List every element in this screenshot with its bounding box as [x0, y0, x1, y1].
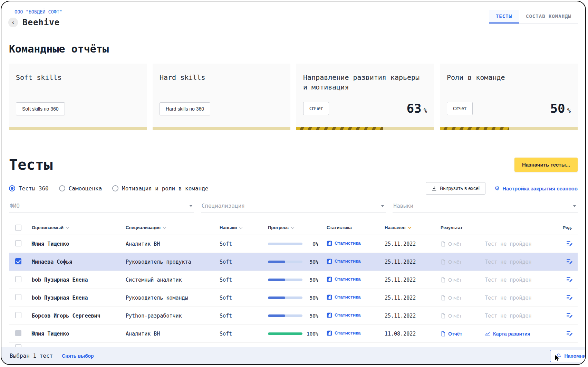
progress-bar	[268, 243, 302, 245]
checkbox-cell	[9, 258, 32, 266]
edit-icon[interactable]	[566, 258, 573, 265]
header-assigned[interactable]: Назначен	[385, 225, 441, 230]
assessee-name: Юлия Тищенко	[32, 241, 126, 247]
edit-icon[interactable]	[566, 294, 573, 301]
assigned-date: 11.08.2022	[385, 331, 441, 337]
statistics-link[interactable]: Статистика	[327, 241, 360, 246]
filter-placeholder: ФИО	[10, 203, 20, 209]
progress-label: 50%	[302, 277, 318, 283]
row-checkbox[interactable]	[15, 294, 21, 300]
row-checkbox[interactable]	[15, 312, 21, 318]
statistics-cell: Статистика	[327, 312, 385, 319]
team-reports-title: Командные отчёты	[9, 43, 578, 55]
sort-icon-active	[408, 225, 411, 229]
edit-icon[interactable]	[566, 312, 573, 319]
sort-icon	[239, 225, 243, 229]
tab-team-members[interactable]: СОСТАВ КОМАНДЫ	[519, 10, 578, 23]
document-icon	[441, 241, 446, 247]
header-label: Статистика	[327, 225, 352, 230]
checkbox-cell	[9, 312, 32, 320]
career-report-button[interactable]: Отчёт	[303, 102, 329, 115]
assigned-date: 25.11.2022	[385, 241, 441, 247]
progress-cell: 0%	[268, 241, 327, 247]
percent-value: 50	[550, 101, 565, 115]
progress-cell: 50%	[268, 259, 327, 265]
chevron-down-icon	[189, 205, 193, 207]
skills-cell: Soft	[220, 241, 268, 247]
chevron-down-icon	[573, 205, 576, 207]
edit-icon[interactable]	[566, 240, 573, 247]
progress-cell: 100%	[268, 331, 327, 337]
statistics-link[interactable]: Статистика	[327, 294, 360, 300]
checkbox-cell	[9, 276, 32, 284]
report-link: Отчёт	[441, 313, 485, 319]
header-label: Оцениваемый	[32, 225, 64, 230]
edit-icon[interactable]	[566, 276, 573, 283]
statistics-cell: Статистика	[327, 241, 385, 247]
header-skills[interactable]: Навыки	[220, 225, 268, 230]
result-link[interactable]: Карта развития	[485, 331, 530, 337]
clear-selection-link[interactable]: Снять выбор	[62, 353, 94, 359]
card-progressbar	[296, 127, 434, 130]
row-checkbox[interactable]	[15, 258, 21, 264]
edit-cell	[566, 330, 578, 338]
statistics-link[interactable]: Статистика	[327, 276, 360, 282]
header-assessee[interactable]: Оцениваемый	[32, 225, 126, 230]
tab-tests[interactable]: ТЕСТЫ	[489, 10, 519, 23]
progress-label: 0%	[302, 241, 318, 247]
statistics-link[interactable]: Статистика	[327, 258, 360, 264]
statistics-link[interactable]: Статистика	[327, 312, 360, 318]
report-label: Отчёт	[448, 241, 462, 247]
report-link: Отчёт	[441, 295, 485, 301]
soft-skills-360-button[interactable]: Soft skills по 360	[16, 102, 65, 115]
hard-skills-360-button[interactable]: Hard skills по 360	[160, 102, 210, 115]
statistics-icon	[327, 294, 332, 300]
select-all-checkbox[interactable]	[15, 225, 21, 231]
progress-fill	[268, 297, 285, 299]
roles-report-button[interactable]: Отчёт	[447, 102, 473, 115]
radio-tests-360[interactable]: Тесты 360	[9, 185, 49, 192]
statistics-cell: Статистика	[327, 330, 385, 337]
result-link: Тест не пройден	[485, 277, 531, 283]
filter-specialization-select[interactable]: Специализация	[201, 200, 386, 213]
select-all-cell	[9, 225, 32, 231]
card-title: Роли в команде	[447, 73, 565, 82]
radio-label: Мотивация и роли в команде	[122, 185, 208, 192]
assessee-name: bob Пузырная Елена	[32, 295, 126, 301]
radio-self-assessment[interactable]: Самооценка	[59, 185, 102, 192]
filter-name-select[interactable]: ФИО	[9, 200, 194, 213]
app-window: ООО "БОБДЕЙ СОФТ" ‹ Beehive ТЕСТЫ СОСТАВ…	[1, 1, 586, 365]
report-label: Отчёт	[448, 259, 462, 265]
export-excel-button[interactable]: Выгрузить в excel	[426, 182, 485, 195]
header-specialization[interactable]: Специализация	[126, 225, 220, 230]
filter-skills-select[interactable]: Навыки	[393, 200, 578, 213]
completion-percent: 63%	[406, 101, 427, 115]
statistics-link[interactable]: Статистика	[327, 330, 360, 336]
assign-tests-button[interactable]: Назначить тесты...	[514, 158, 578, 172]
edit-icon[interactable]	[566, 330, 573, 337]
result-text: Тест не пройден	[485, 259, 531, 265]
checkbox-cell	[9, 294, 32, 302]
edit-cell	[566, 258, 578, 266]
statistics-label: Статистика	[335, 294, 360, 300]
radio-motivation-roles[interactable]: Мотивация и роли в команде	[112, 185, 208, 192]
tests-table: Оцениваемый Специализация Навыки Прогрес…	[9, 220, 578, 349]
progress-fill	[268, 261, 285, 263]
statistics-label: Статистика	[335, 276, 360, 282]
report-link[interactable]: Отчёт	[441, 331, 485, 337]
header-progress[interactable]: Прогресс	[268, 225, 327, 230]
row-checkbox	[15, 330, 21, 336]
percent-value: 63	[406, 101, 421, 115]
row-checkbox[interactable]	[15, 276, 21, 282]
table-body: Юлия Тищенко Аналитик ВН Soft 0% Статист…	[9, 235, 578, 343]
report-label: Отчёт	[448, 313, 462, 319]
result-link: Тест не пройден	[485, 295, 531, 301]
back-button[interactable]: ‹	[8, 18, 18, 27]
header-result: Результат	[441, 225, 558, 230]
export-label: Выгрузить в excel	[440, 186, 480, 191]
session-settings-link[interactable]: ⚙ Настройка закрытия сеансов	[494, 186, 578, 191]
row-checkbox[interactable]	[15, 240, 21, 246]
remind-button[interactable]: Напомнить	[550, 350, 586, 362]
result-cell: Отчёт Тест не пройден	[441, 259, 558, 265]
statistics-cell: Статистика	[327, 294, 385, 301]
